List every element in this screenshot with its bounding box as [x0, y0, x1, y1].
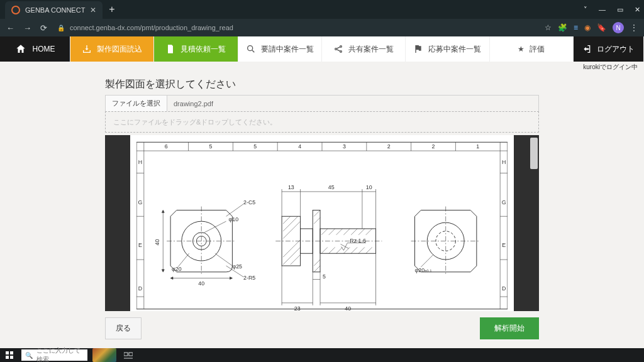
viewer-scrollbar[interactable] [530, 138, 538, 169]
svg-line-79 [321, 247, 328, 253]
browser-toolbar: ← → ⟳ 🔒 connect.genba-dx.com/pmt/product… [0, 19, 644, 36]
star-icon: ★ [518, 45, 525, 53]
svg-line-47 [215, 253, 233, 266]
search-icon [246, 44, 256, 54]
svg-text:2: 2 [432, 143, 435, 150]
url-text: connect.genba-dx.com/pmt/production_draw… [70, 24, 233, 31]
svg-text:1: 1 [476, 143, 479, 150]
extension-icons: ☆ 🧩 ≡ ◉ 🔖 N ⋮ [545, 22, 638, 33]
svg-text:2-R5: 2-R5 [243, 275, 255, 281]
nav-rating[interactable]: ★ 評価 [490, 36, 574, 62]
svg-text:3: 3 [343, 143, 346, 150]
nav-rating-label: 評価 [530, 44, 545, 55]
nav-drawing-read[interactable]: 製作図面読込 [70, 36, 154, 62]
new-tab-button[interactable]: + [109, 4, 114, 15]
nav-applied[interactable]: 応募中案件一覧 [406, 36, 489, 62]
svg-text:40: 40 [345, 305, 351, 311]
svg-line-85 [366, 247, 372, 253]
bookmark-icon[interactable]: 🔖 [597, 23, 606, 32]
svg-text:45: 45 [328, 184, 335, 190]
svg-line-74 [336, 229, 343, 235]
back-button[interactable]: 戻る [105, 317, 142, 339]
nav-home-label: HOME [33, 45, 55, 53]
svg-text:13: 13 [288, 184, 294, 190]
svg-text:6: 6 [165, 143, 168, 150]
star-icon[interactable]: ☆ [545, 23, 552, 32]
svg-line-72 [321, 229, 328, 235]
svg-line-77 [358, 229, 365, 235]
svg-line-73 [329, 229, 335, 235]
taskbar-search-placeholder: ここに入力して検索 [36, 346, 84, 348]
svg-line-69 [314, 217, 320, 224]
address-bar[interactable]: 🔒 connect.genba-dx.com/pmt/production_dr… [57, 24, 535, 31]
nav-requested[interactable]: 要請中案件一覧 [238, 36, 322, 62]
chevron-down-icon[interactable]: ˅ [584, 6, 587, 14]
svg-line-66 [283, 240, 301, 258]
svg-text:E: E [138, 242, 142, 248]
nav-shared[interactable]: 共有案件一覧 [322, 36, 406, 62]
nav-quote-list[interactable]: 見積依頼一覧 [154, 36, 238, 62]
svg-text:40: 40 [154, 239, 160, 246]
nav-home[interactable]: HOME [0, 36, 70, 62]
logout-label: ログアウト [597, 44, 635, 55]
svg-text:G: G [138, 199, 142, 206]
svg-line-67 [291, 255, 301, 265]
svg-line-84 [358, 247, 365, 253]
svg-text:5: 5 [323, 273, 326, 280]
nav-shared-label: 共有案件一覧 [348, 44, 394, 55]
svg-line-63 [283, 216, 298, 231]
svg-text:H: H [502, 159, 506, 165]
drawing-viewer: .l{stroke:#333;stroke-width:1;fill:none}… [105, 135, 539, 311]
svg-text:10: 10 [366, 184, 372, 190]
reload-icon[interactable]: ⟳ [40, 23, 47, 33]
selected-file-name: drawing2.pdf [167, 100, 219, 107]
drop-zone-hint: ここにファイルをドラッグ&ドロップしてください。 [113, 118, 277, 127]
svg-line-78 [366, 229, 372, 235]
svg-line-68 [314, 210, 320, 216]
svg-text:5: 5 [253, 143, 257, 150]
start-analysis-button[interactable]: 解析開始 [480, 317, 539, 339]
svg-line-76 [351, 229, 357, 235]
technical-drawing: .l{stroke:#333;stroke-width:1;fill:none}… [136, 140, 508, 311]
page-title: 製作図面を選択してください [105, 78, 539, 91]
maximize-icon[interactable]: ▭ [617, 6, 623, 14]
svg-text:5: 5 [209, 143, 213, 150]
profile-avatar[interactable]: N [613, 22, 624, 33]
svg-line-64 [283, 221, 301, 239]
svg-point-2 [340, 46, 342, 48]
tab-title: GENBA CONNECT [25, 6, 85, 14]
minimize-icon[interactable]: — [599, 6, 606, 13]
close-tab-icon[interactable]: ✕ [90, 6, 96, 14]
svg-text:2: 2 [387, 143, 391, 150]
close-window-icon[interactable]: ✕ [635, 6, 640, 14]
svg-line-70 [314, 260, 320, 266]
viewer-right-margin [514, 135, 539, 311]
svg-line-80 [329, 247, 335, 253]
svg-line-65 [283, 247, 301, 265]
shield-icon[interactable]: ◉ [584, 23, 591, 32]
choose-file-button[interactable]: ファイルを選択 [106, 96, 167, 111]
logout-button[interactable]: ログアウト [574, 36, 644, 62]
svg-line-46 [204, 221, 226, 233]
svg-line-48 [178, 253, 189, 267]
svg-text:40: 40 [198, 280, 204, 287]
nav-requested-label: 要請中案件一覧 [261, 44, 314, 55]
svg-point-1 [335, 48, 337, 50]
document-icon [165, 44, 175, 54]
menu-icon[interactable]: ⋮ [630, 23, 638, 32]
share-icon [333, 44, 343, 54]
svg-text:φ25: φ25 [232, 263, 242, 270]
nav-drawing-read-label: 製作図面読込 [97, 44, 142, 55]
browser-tab[interactable]: GENBA CONNECT ✕ [5, 1, 103, 19]
svg-text:Rz 1.6: Rz 1.6 [350, 238, 366, 244]
drop-zone[interactable]: ここにファイルをドラッグ&ドロップしてください。 [105, 111, 539, 133]
file-select-row: ファイルを選択 drawing2.pdf [105, 95, 539, 111]
login-status: kurokiでログイン中 [0, 62, 644, 72]
drawing-sheet[interactable]: .l{stroke:#333;stroke-width:1;fill:none}… [130, 135, 514, 311]
svg-text:23: 23 [294, 305, 301, 311]
equalizer-icon[interactable]: ≡ [574, 23, 578, 32]
svg-point-3 [340, 51, 342, 53]
back-icon[interactable]: ← [6, 23, 14, 33]
forward-icon[interactable]: → [23, 23, 31, 33]
puzzle-icon[interactable]: 🧩 [558, 23, 567, 32]
